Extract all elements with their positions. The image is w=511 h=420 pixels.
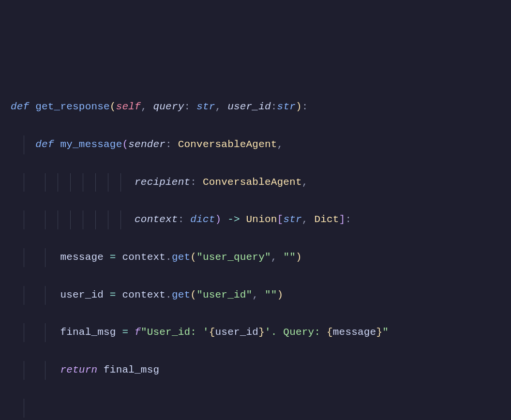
indent-guide: [24, 248, 24, 267]
indent-guide: [45, 286, 45, 305]
indent-guide: [24, 135, 24, 154]
code-editor[interactable]: def get_response(self, query: str, user_…: [11, 79, 511, 420]
indent-guide: [45, 361, 45, 380]
self-param: self: [116, 101, 141, 112]
code-line: def get_response(self, query: str, user_…: [11, 98, 511, 117]
code-line-blank: [11, 399, 511, 418]
function-name: get_response: [35, 101, 110, 112]
indent-guide: [58, 173, 58, 192]
code-line: message = context.get("user_query", ""): [11, 248, 511, 267]
keyword-return: return: [60, 364, 97, 375]
indent-guide: [83, 173, 83, 192]
indent-guide: [108, 173, 108, 192]
code-line: user_id = context.get("user_id", ""): [11, 286, 511, 305]
indent-guide: [24, 361, 24, 380]
code-line: context: dict) -> Union[str, Dict]:: [11, 210, 511, 229]
indent-guide: [95, 210, 96, 229]
indent-guide: [24, 323, 24, 342]
code-line: def my_message(sender: ConversableAgent,: [11, 135, 511, 154]
indent-guide: [45, 323, 45, 342]
indent-guide: [58, 210, 58, 229]
indent-guide: [24, 399, 24, 418]
indent-guide: [108, 210, 108, 229]
code-line: return final_msg: [11, 361, 511, 380]
code-line: final_msg = f"User_id: '{user_id}'. Quer…: [11, 323, 511, 342]
indent-guide: [70, 173, 71, 192]
keyword-def: def: [11, 101, 29, 112]
indent-guide: [24, 286, 24, 305]
indent-guide: [45, 248, 45, 267]
indent-guide: [120, 173, 121, 192]
indent-guide: [70, 210, 71, 229]
indent-guide: [120, 210, 121, 229]
code-line: recipient: ConversableAgent,: [11, 173, 511, 192]
indent-guide: [45, 210, 45, 229]
indent-guide: [45, 173, 45, 192]
indent-guide: [24, 173, 24, 192]
indent-guide: [24, 210, 24, 229]
indent-guide: [95, 173, 96, 192]
indent-guide: [83, 210, 83, 229]
